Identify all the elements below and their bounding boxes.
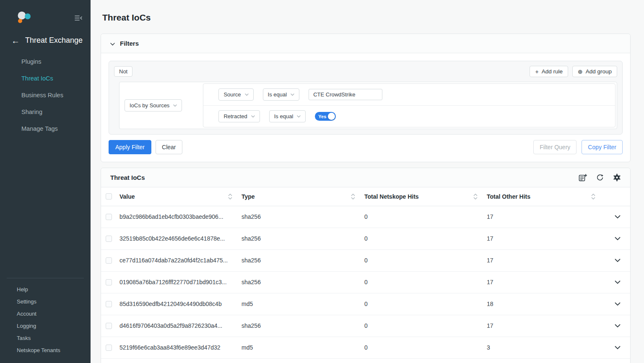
- row-checkbox[interactable]: [106, 214, 112, 220]
- rule-operator-select[interactable]: Is equal: [269, 110, 306, 122]
- sidebar-footer-item-label: Netskope Tenants: [17, 347, 60, 353]
- chevron-down-icon: [291, 93, 294, 96]
- filters-panel: Filters Not + Add rule ⊕ Add group: [101, 34, 631, 162]
- rule-field-select[interactable]: Source: [218, 88, 253, 101]
- add-group-button[interactable]: ⊕ Add group: [572, 66, 617, 77]
- total-other-hits: 17: [487, 235, 493, 242]
- not-toggle-button[interactable]: Not: [114, 66, 132, 77]
- row-checkbox[interactable]: [106, 279, 112, 285]
- sidebar-nav-item-label: Manage Tags: [21, 125, 58, 132]
- chevron-down-icon: [297, 115, 301, 118]
- row-checkbox[interactable]: [106, 301, 112, 307]
- settings-gear-icon[interactable]: [613, 174, 621, 182]
- sidebar-nav-item[interactable]: Business Rules: [0, 87, 91, 104]
- module-back-header[interactable]: ← Threat Exchange: [0, 27, 91, 51]
- rule-operator-value: Is equal: [274, 113, 293, 119]
- toggle-on-label: Yes: [318, 114, 326, 119]
- total-other-hits: 17: [487, 279, 493, 285]
- filters-panel-header[interactable]: Filters: [101, 34, 630, 53]
- ioc-value: 5219f66e6cab3aa843f6e89ee3d47d32: [119, 344, 221, 351]
- chevron-down-icon[interactable]: [110, 40, 115, 47]
- total-other-hits: 17: [487, 213, 493, 220]
- filter-query-button[interactable]: Filter Query: [533, 140, 576, 154]
- filter-group: Not + Add rule ⊕ Add group: [109, 61, 623, 135]
- iocs-table: Value Type Total Netskope Hits: [101, 187, 630, 359]
- row-checkbox[interactable]: [106, 236, 112, 242]
- sidebar-footer-nav: Help Settings Account Logging Tasks Nets…: [0, 278, 91, 363]
- retracted-toggle[interactable]: Yes: [315, 112, 336, 121]
- total-netskope-hits: 0: [364, 344, 368, 351]
- expand-row-chevron-icon[interactable]: [615, 324, 621, 328]
- filter-rule-retracted: Retracted Is equal Yes: [203, 105, 615, 127]
- sidebar-footer-item-label: Tasks: [17, 335, 31, 341]
- apply-filter-button[interactable]: Apply Filter: [109, 140, 151, 154]
- table-row: ce77d116a074dab7a22a0fd4f2c1ab475... sha…: [101, 249, 630, 271]
- sidebar-footer-item[interactable]: Netskope Tenants: [0, 344, 91, 356]
- copy-filter-button[interactable]: Copy Filter: [582, 140, 623, 154]
- sidebar-nav-item[interactable]: Manage Tags: [0, 120, 91, 137]
- ioc-value: d4616f9706403a0d5a2f9a8726230a4...: [119, 322, 222, 329]
- filters-actions-right: Filter Query Copy Filter: [533, 140, 623, 154]
- clear-button[interactable]: Clear: [156, 140, 182, 154]
- sidebar-footer-item[interactable]: Help: [0, 283, 91, 296]
- sidebar-footer-item-label: Logging: [17, 323, 36, 329]
- sidebar-nav-item[interactable]: Plugins: [0, 53, 91, 70]
- total-other-hits: 17: [487, 322, 493, 329]
- sidebar-footer-item[interactable]: Tasks: [0, 332, 91, 344]
- sort-icon[interactable]: [228, 194, 232, 200]
- plus-icon: +: [535, 69, 538, 75]
- total-other-hits: 3: [487, 344, 490, 351]
- expand-row-chevron-icon[interactable]: [615, 280, 621, 284]
- sidebar-footer-item[interactable]: Settings: [0, 296, 91, 308]
- sidebar-nav: Plugins Threat IoCs Business Rules Shari…: [0, 51, 91, 140]
- add-record-icon[interactable]: [579, 174, 587, 182]
- sidebar-footer-item-label: Settings: [17, 298, 36, 305]
- filters-panel-title: Filters: [120, 40, 139, 47]
- sort-icon[interactable]: [591, 194, 595, 200]
- select-all-checkbox[interactable]: [106, 193, 112, 200]
- rule-operator-select[interactable]: Is equal: [263, 88, 300, 101]
- sidebar-nav-item[interactable]: Threat IoCs: [0, 70, 91, 87]
- table-row: 5219f66e6cab3aa843f6e89ee3d47d32 md5 0 3: [101, 337, 630, 358]
- refresh-icon[interactable]: [596, 174, 604, 182]
- add-rule-label: Add rule: [542, 68, 563, 75]
- sidebar-nav-item[interactable]: Sharing: [0, 104, 91, 120]
- filter-rule-group: IoCs by Sources Source Is equal: [119, 82, 617, 129]
- chevron-down-icon: [251, 115, 255, 118]
- sidebar-nav-item-label: Threat IoCs: [21, 75, 53, 82]
- sidebar-footer-item[interactable]: Logging: [0, 320, 91, 332]
- ioc-value: b9a2c986b6ad1eb4cfb0303baede906...: [119, 213, 223, 220]
- row-checkbox[interactable]: [106, 345, 112, 351]
- row-checkbox[interactable]: [106, 323, 112, 329]
- total-other-hits: 17: [487, 257, 493, 264]
- collapse-sidebar-icon[interactable]: [75, 15, 82, 21]
- toggle-knob: [328, 113, 335, 120]
- sort-icon[interactable]: [473, 194, 478, 200]
- rule-field-select[interactable]: Retracted: [218, 110, 260, 122]
- expand-row-chevron-icon[interactable]: [615, 215, 621, 219]
- table-title: Threat IoCs: [110, 174, 145, 181]
- total-netskope-hits: 0: [364, 322, 368, 329]
- add-rule-button[interactable]: + Add rule: [530, 66, 568, 77]
- sidebar-nav-item-label: Sharing: [21, 109, 42, 115]
- sort-icon[interactable]: [351, 194, 355, 200]
- back-arrow-icon[interactable]: ←: [11, 36, 20, 45]
- total-netskope-hits: 0: [364, 301, 368, 307]
- row-checkbox[interactable]: [106, 257, 112, 264]
- column-header-other-hits: Total Other Hits: [487, 193, 530, 200]
- expand-row-chevron-icon[interactable]: [615, 259, 621, 262]
- group-type-select[interactable]: IoCs by Sources: [125, 99, 182, 111]
- ioc-value: 019085a76ba7126fff22770d71bd901c3...: [119, 279, 227, 285]
- expand-row-chevron-icon[interactable]: [615, 346, 621, 350]
- main-content: Threat IoCs Filters Not + Add rule: [91, 0, 644, 363]
- table-row: 85d316590edfb4212049c4490db08c4b md5 0 1…: [101, 293, 630, 315]
- group-type-select-area: IoCs by Sources: [119, 99, 203, 111]
- total-netskope-hits: 0: [364, 235, 368, 242]
- rule-operator-value: Is equal: [268, 91, 287, 98]
- rules-box: Source Is equal Retracted: [203, 83, 615, 127]
- sidebar-footer-item[interactable]: Account: [0, 308, 91, 320]
- expand-row-chevron-icon[interactable]: [615, 237, 621, 241]
- expand-row-chevron-icon[interactable]: [615, 302, 621, 306]
- ioc-value: ce77d116a074dab7a22a0fd4f2c1ab475...: [119, 257, 228, 264]
- rule-value-input[interactable]: [309, 89, 382, 100]
